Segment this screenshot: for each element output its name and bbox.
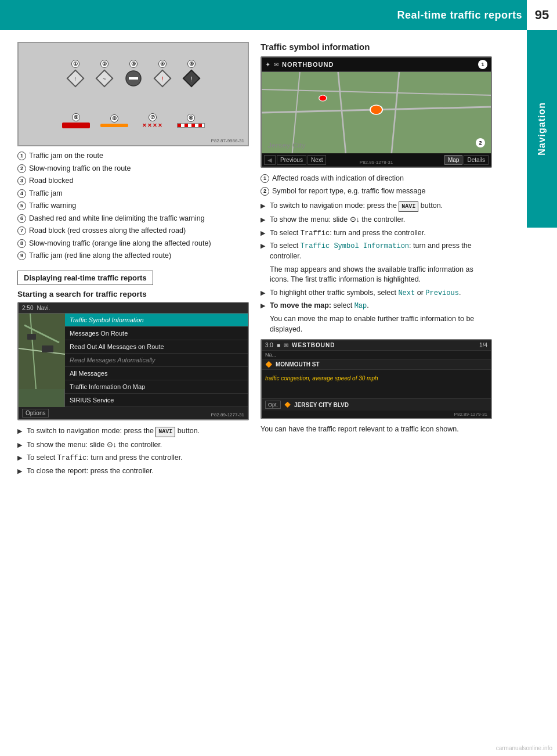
- menu-options-btn[interactable]: Options: [22, 409, 49, 417]
- left-bullet-1: ▶ To show the menu: slide ⊙↓ the control…: [17, 440, 249, 451]
- arrow-icon: ▶: [17, 453, 24, 463]
- map-nav-icon: ✦: [265, 61, 270, 69]
- map-btn-previous[interactable]: Previous: [277, 155, 306, 165]
- tis-header-1: 3:0 ■ ✉ WESTBOUND 1/4: [262, 340, 491, 351]
- watermark: carmanualsonline.info: [496, 745, 552, 751]
- list-item-9: 9 Traffic jam (red line along the affect…: [17, 251, 249, 261]
- arrow-icon: ▶: [17, 426, 24, 437]
- list-item-4: 4 Traffic jam: [17, 189, 249, 199]
- tis-icon: ■: [277, 342, 280, 348]
- tis-message-text: traffic congestion, average speed of 30 …: [265, 375, 378, 381]
- right-symbol-list: 1 Affected roads with indication of dire…: [261, 174, 492, 196]
- screen-code-top: P82.87-9986-31: [211, 138, 244, 143]
- traffic-info-screen: 3:0 ■ ✉ WESTBOUND 1/4 Na... 🔶 MONMOUTH S…: [261, 339, 492, 419]
- right-bullet-5-detail: You can move the map to enable further t…: [261, 314, 492, 334]
- right-bullet-0: ▶ To switch to navigation mode: press th…: [261, 201, 492, 212]
- right-bullet-3-detail: The map appears and shows the available …: [261, 265, 492, 285]
- map-badge-2: 2: [476, 138, 485, 147]
- tis-footer-icon: 🔶: [284, 402, 291, 408]
- left-bullet-0: ▶ To switch to navigation mode: press th…: [17, 426, 249, 437]
- page-number: 95: [527, 0, 557, 30]
- list-item-6: 6 Dashed red and white line delimiting t…: [17, 214, 249, 224]
- left-symbol-list: 1 Traffic jam on the route 2 Slow-moving…: [17, 151, 249, 261]
- arrow-icon: ▶: [261, 228, 267, 239]
- map-direction: NORTHBOUND: [282, 61, 334, 68]
- svg-point-23: [319, 95, 327, 101]
- menu-item-0[interactable]: Traffic Symbol Information: [65, 314, 248, 327]
- tis-message: traffic congestion, average speed of 30 …: [262, 370, 491, 399]
- arrow-icon: ▶: [17, 466, 24, 477]
- symbol-row-numbers: ① ↑ ② ~ ③: [66, 60, 201, 88]
- map-badge-1: 1: [478, 60, 487, 69]
- menu-map-thumbnail: [19, 314, 65, 407]
- tis-nav-label: Na...: [265, 352, 276, 358]
- svg-rect-5: [129, 77, 138, 80]
- right-list-item-1: 1 Affected roads with indication of dire…: [261, 174, 492, 184]
- menu-body: Traffic Symbol Information Messages On R…: [19, 314, 248, 407]
- sym-7: ⑦ ✕✕✕✕: [139, 113, 167, 128]
- svg-point-22: [370, 105, 382, 114]
- list-item-5: 5 Traffic warning: [17, 201, 249, 211]
- right-bullets: ▶ To switch to navigation mode: press th…: [261, 201, 492, 334]
- svg-text:↑: ↑: [74, 75, 77, 82]
- menu-navi: Navi.: [37, 305, 50, 311]
- right-bullet-4: ▶ To highlight other traffic symbols, se…: [261, 288, 492, 298]
- left-bullet-3: ▶ To close the report: press the control…: [17, 466, 249, 477]
- menu-item-5[interactable]: Traffic Information On Map: [65, 380, 248, 394]
- list-item-2: 2 Slow-moving traffic on the route: [17, 164, 249, 174]
- left-column: ① ↑ ② ~ ③: [17, 42, 249, 479]
- symbol-row-lines: ⑨ ⑧ ⑦ ✕✕✕✕ ⑥: [62, 113, 205, 128]
- sym-4: ④ !: [153, 60, 172, 88]
- arrow-icon: ▶: [261, 215, 267, 225]
- list-item-8: 8 Slow-moving traffic (orange line along…: [17, 239, 249, 249]
- tis-count: 1/4: [479, 342, 487, 348]
- tis-street: MONMOUTH ST: [276, 361, 320, 368]
- sub-heading-left: Starting a search for traffic reports: [17, 290, 249, 298]
- menu-screen: 2:50 Navi. Traffic Symbol Info: [17, 302, 249, 420]
- section-divider: Displaying real-time traffic reports: [17, 271, 153, 285]
- tis-time: 3:0: [265, 342, 273, 348]
- right-list-item-2: 2 Symbol for report type, e.g. traffic f…: [261, 186, 492, 197]
- map-btn-next[interactable]: Next: [308, 155, 327, 165]
- tis-street-icon: 🔶: [265, 361, 272, 368]
- tis-direction: WESTBOUND: [292, 342, 335, 348]
- map-screen: ✦ ✉ NORTHBOUND 1: [261, 56, 492, 168]
- map-body: Jersey City 2: [262, 72, 491, 153]
- right-bullet-5: ▶ To move the map: select Map.: [261, 301, 492, 311]
- map-btn-map[interactable]: Map: [444, 155, 462, 165]
- map-screen-code: P82.89-1278-31: [360, 160, 393, 165]
- tis-footer-street: JERSEY CITY BLVD: [294, 402, 349, 408]
- sym-1: ① ↑: [66, 60, 85, 88]
- svg-text:Jersey City: Jersey City: [268, 142, 306, 149]
- menu-list: Traffic Symbol Information Messages On R…: [65, 314, 248, 407]
- list-item-7: 7 Road block (red crosses along the affe…: [17, 226, 249, 236]
- menu-item-3[interactable]: Read Messages Automatically: [65, 354, 248, 367]
- map-header: ✦ ✉ NORTHBOUND 1: [262, 57, 491, 72]
- right-column: Traffic symbol information ✦ ✉ NORTHBOUN…: [261, 42, 522, 479]
- arrow-icon: ▶: [261, 201, 267, 212]
- svg-text:!: !: [190, 75, 192, 82]
- tis-icon2: ✉: [284, 342, 288, 348]
- menu-item-2[interactable]: Read Out All Messages on Route: [65, 340, 248, 354]
- sym-5: ⑤ !: [182, 60, 201, 88]
- arrow-icon: ▶: [261, 288, 267, 298]
- conclusion-text: You can have the traffic report relevant…: [261, 425, 492, 433]
- map-btn-details[interactable]: Details: [464, 155, 489, 165]
- side-tab-label: Navigation: [537, 102, 547, 156]
- menu-item-1[interactable]: Messages On Route: [65, 327, 248, 340]
- menu-item-6[interactable]: SIRIUS Service: [65, 394, 248, 407]
- menu-header: 2:50 Navi.: [19, 303, 248, 314]
- tis-street-row: 🔶 MONMOUTH ST: [262, 359, 491, 370]
- svg-rect-14: [27, 334, 36, 340]
- right-bullet-3: ▶ To select Traffic Symbol Information: …: [261, 241, 492, 261]
- svg-text:~: ~: [103, 76, 106, 82]
- arrow-icon: ▶: [261, 301, 267, 311]
- menu-time: 2:50: [22, 305, 33, 311]
- right-section-title: Traffic symbol information: [261, 42, 492, 52]
- tis-nav-row: Na...: [262, 351, 491, 359]
- header-bar: Real-time traffic reports 95: [0, 0, 557, 30]
- right-bullet-2: ▶ To select Traffic: turn and press the …: [261, 228, 492, 239]
- menu-item-4[interactable]: All Messages: [65, 367, 248, 380]
- side-tab: Navigation: [527, 30, 557, 228]
- map-mail-icon: ✉: [274, 62, 278, 68]
